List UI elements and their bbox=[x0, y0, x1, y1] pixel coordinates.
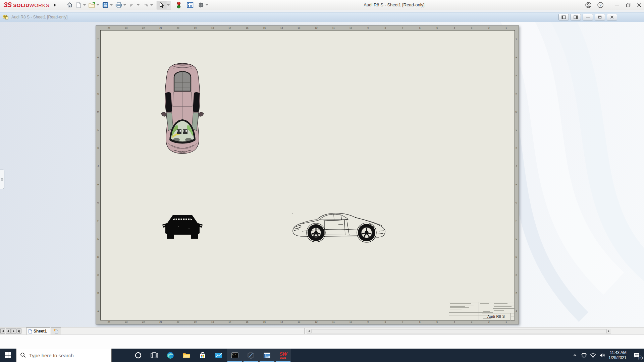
hexagon-app-icon bbox=[247, 351, 255, 359]
last-sheet-button[interactable] bbox=[16, 328, 21, 334]
tray-wifi-button[interactable] bbox=[588, 349, 597, 362]
close-button[interactable] bbox=[634, 0, 644, 10]
taskbar-cortana-button[interactable] bbox=[130, 349, 146, 362]
taskbar-command-prompt-button[interactable]: C:\ bbox=[227, 349, 243, 362]
undo-dropdown[interactable] bbox=[137, 4, 140, 6]
print-button[interactable] bbox=[114, 1, 123, 9]
drawing-view-front-silhouette[interactable] bbox=[161, 212, 204, 241]
taskbar-edge-button[interactable] bbox=[162, 349, 178, 362]
zone-label: 11 bbox=[325, 26, 342, 30]
taskbar-hexagon-app-button[interactable] bbox=[243, 349, 259, 362]
taskbar-solidworks-button[interactable]: SW 2021 bbox=[275, 349, 291, 362]
drawing-sheet[interactable]: 242322212019181716151413121110987654321 … bbox=[96, 25, 519, 324]
restore-icon bbox=[626, 3, 631, 7]
previous-sheet-button[interactable] bbox=[6, 328, 11, 334]
add-sheet-tab[interactable] bbox=[51, 327, 61, 335]
zone-letters-left: TRPNMLKJHGFEDCBA bbox=[96, 30, 100, 320]
restore-button[interactable] bbox=[623, 0, 634, 10]
account-button[interactable] bbox=[582, 0, 594, 10]
solidworks-app-window: ЗS SOLID WORKS bbox=[0, 0, 644, 362]
tab-sheet1[interactable]: Sheet1 bbox=[26, 327, 50, 335]
scroll-track[interactable] bbox=[311, 329, 606, 334]
taskbar-task-view-button[interactable] bbox=[146, 349, 162, 362]
doc-restore-button[interactable] bbox=[595, 14, 605, 20]
zone-label: P bbox=[96, 66, 100, 84]
file-properties-button[interactable] bbox=[186, 1, 195, 9]
print-icon bbox=[115, 2, 122, 8]
drawing-view-side-wireframe[interactable] bbox=[291, 212, 387, 243]
file-explorer-icon bbox=[182, 351, 191, 359]
home-button[interactable] bbox=[65, 1, 74, 9]
doc-close-button[interactable] bbox=[607, 14, 617, 20]
window-title: Audi R8 S - Sheet1 [Read-only] bbox=[349, 0, 439, 10]
document-title: Audi R8 S - Sheet1 [Read-only] bbox=[11, 15, 67, 19]
cortana-icon bbox=[135, 352, 142, 359]
menu-bar-toolbar bbox=[65, 1, 210, 9]
first-sheet-button[interactable] bbox=[0, 328, 5, 334]
windows-taskbar: C:\ SW 202 bbox=[0, 349, 644, 362]
sheet-paper[interactable]: Audi R8 S bbox=[100, 30, 515, 320]
open-button[interactable] bbox=[88, 1, 96, 9]
tray-clock[interactable]: 11:43 AM 1/29/2021 bbox=[606, 349, 630, 362]
drawing-view-top-shaded[interactable] bbox=[161, 62, 204, 155]
taskbar-search[interactable] bbox=[16, 349, 112, 362]
zone-label: G bbox=[96, 193, 100, 212]
open-dropdown[interactable] bbox=[97, 4, 99, 6]
taskbar-blue-window-app-button[interactable] bbox=[259, 349, 275, 362]
zone-label: 21 bbox=[152, 26, 170, 30]
taskbar-store-button[interactable] bbox=[195, 349, 211, 362]
next-sheet-button[interactable] bbox=[11, 328, 16, 334]
zone-label: L bbox=[96, 121, 100, 139]
horizontal-scrollbar[interactable] bbox=[307, 329, 611, 334]
zone-label: A bbox=[96, 302, 100, 320]
svg-text:C:\: C:\ bbox=[232, 353, 236, 355]
zone-label: 16 bbox=[238, 26, 256, 30]
taskbar-file-explorer-button[interactable] bbox=[178, 349, 195, 362]
tray-display-button[interactable] bbox=[579, 349, 588, 362]
save-dropdown[interactable] bbox=[110, 4, 113, 6]
help-button[interactable]: ? bbox=[594, 0, 606, 10]
status-bar bbox=[0, 335, 644, 349]
zone-label: 1 bbox=[498, 26, 515, 30]
scroll-left-button[interactable] bbox=[307, 329, 311, 334]
undo-button[interactable] bbox=[128, 1, 137, 9]
graphics-area[interactable]: 242322212019181716151413121110987654321 … bbox=[0, 22, 644, 327]
doc-close-icon bbox=[610, 15, 614, 19]
tab-area-splitter[interactable] bbox=[305, 328, 305, 334]
zone-label: 10 bbox=[342, 26, 360, 30]
print-dropdown[interactable] bbox=[123, 4, 126, 6]
tray-overflow-button[interactable] bbox=[571, 349, 579, 362]
zone-label: 6 bbox=[411, 26, 429, 30]
new-document-dropdown[interactable] bbox=[83, 4, 86, 6]
taskpane-flyout-tab[interactable] bbox=[0, 170, 4, 189]
scroll-right-button[interactable] bbox=[606, 329, 611, 334]
scroll-thumb[interactable] bbox=[311, 329, 606, 333]
redo-button[interactable] bbox=[141, 1, 150, 9]
edge-icon bbox=[166, 351, 174, 359]
select-tool-dropdown[interactable] bbox=[166, 1, 171, 9]
doc-minimize-button[interactable] bbox=[583, 14, 593, 20]
options-button[interactable] bbox=[197, 1, 205, 9]
minimize-button[interactable] bbox=[611, 0, 623, 10]
redo-icon bbox=[142, 2, 149, 8]
zone-label: 13 bbox=[290, 26, 308, 30]
menu-flyout-arrow-icon[interactable] bbox=[54, 3, 56, 7]
search-input[interactable] bbox=[16, 349, 111, 362]
start-button[interactable] bbox=[0, 349, 16, 362]
action-center-button[interactable]: 2 bbox=[630, 349, 643, 362]
tray-volume-button[interactable] bbox=[597, 349, 606, 362]
collapse-left-pane-button[interactable] bbox=[558, 14, 569, 20]
rebuild-button[interactable] bbox=[174, 1, 183, 9]
redo-dropdown[interactable] bbox=[150, 4, 153, 6]
options-gear-icon bbox=[198, 2, 204, 8]
select-tool-button[interactable] bbox=[157, 1, 166, 9]
save-floppy-icon bbox=[102, 2, 109, 8]
taskbar-mail-button[interactable] bbox=[211, 349, 227, 362]
zone-label: 4 bbox=[446, 26, 463, 30]
new-document-button[interactable] bbox=[74, 1, 83, 9]
options-dropdown[interactable] bbox=[206, 4, 208, 6]
sheet-tab-bar: Sheet1 bbox=[0, 327, 644, 335]
save-button[interactable] bbox=[101, 1, 110, 9]
collapse-right-pane-button[interactable] bbox=[571, 14, 581, 20]
sheet-icon bbox=[29, 329, 32, 334]
